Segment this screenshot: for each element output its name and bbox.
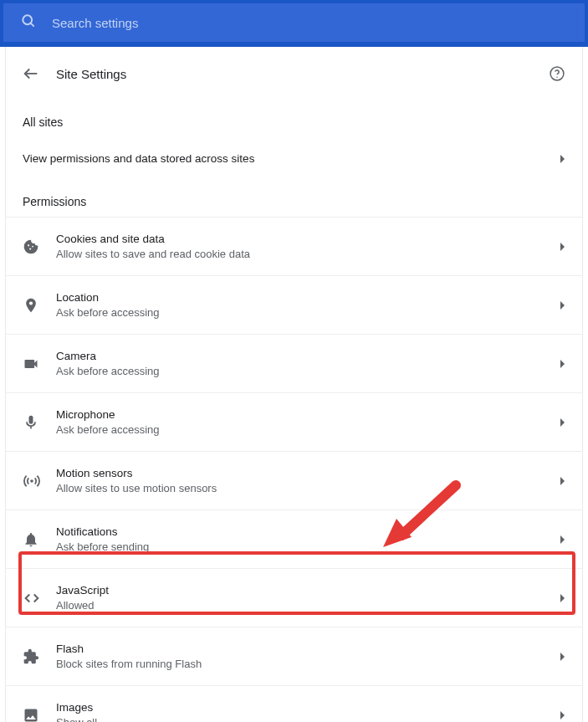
chevron-right-icon [560,243,565,251]
permission-title: Notifications [56,525,560,538]
svg-point-9 [30,479,33,483]
puzzle-icon [23,648,56,665]
svg-point-6 [29,248,31,249]
permission-title: Flash [56,643,560,655]
permission-title: Location [56,291,560,304]
settings-content: Site Settings All sites View permissions… [5,47,583,722]
permission-sub: Ask before accessing [56,306,560,319]
permission-row-javascript[interactable]: JavaScript Allowed [6,569,582,627]
permission-title: Cookies and site data [56,233,560,245]
svg-line-1 [31,23,34,27]
motion-icon [23,472,56,490]
microphone-icon [23,414,56,431]
page-title: Site Settings [56,67,547,81]
permission-row-motion-sensors[interactable]: Motion sensors Allow sites to use motion… [6,452,582,510]
all-sites-heading: All sites [6,100,582,137]
chevron-right-icon [560,653,565,661]
permission-title: Motion sensors [56,467,560,479]
permission-title: Camera [56,350,560,362]
permission-row-location[interactable]: Location Ask before accessing [6,276,582,335]
svg-point-5 [28,244,29,246]
permission-sub: Block sites from running Flash [56,658,560,670]
svg-point-8 [29,301,33,305]
camera-icon [23,356,56,372]
search-input-container[interactable]: Search settings [10,6,578,39]
permission-title: Images [56,701,560,714]
cookie-icon [23,238,56,255]
chevron-right-icon [560,594,565,602]
permission-sub: Show all [56,716,560,722]
chevron-right-icon [560,155,565,163]
chevron-right-icon [560,535,565,544]
code-icon [23,589,56,607]
chevron-right-icon [560,301,565,310]
permission-sub: Ask before accessing [56,423,560,436]
permission-sub: Ask before accessing [56,365,560,377]
bell-icon [23,531,56,548]
view-permissions-row[interactable]: View permissions and data stored across … [6,137,582,180]
permission-row-images[interactable]: Images Show all [6,686,582,722]
search-placeholder: Search settings [52,16,138,30]
permission-row-flash[interactable]: Flash Block sites from running Flash [6,627,582,686]
permission-row-cookies[interactable]: Cookies and site data Allow sites to sav… [6,218,582,276]
permission-sub: Ask before sending [56,540,560,553]
search-icon [20,13,37,33]
chevron-right-icon [560,418,565,427]
permissions-heading: Permissions [6,180,582,217]
help-button[interactable] [547,64,567,84]
permission-sub: Allowed [56,599,560,612]
permission-sub: Allow sites to save and read cookie data [56,248,560,260]
chevron-right-icon [560,477,565,485]
permission-row-microphone[interactable]: Microphone Ask before accessing [6,393,582,452]
chevron-right-icon [560,711,565,719]
image-icon [23,707,56,723]
location-icon [23,297,56,314]
svg-point-0 [23,15,32,24]
permission-title: JavaScript [56,584,560,597]
permission-title: Microphone [56,408,560,421]
chevron-right-icon [560,360,565,368]
view-permissions-label: View permissions and data stored across … [23,152,560,165]
permission-row-camera[interactable]: Camera Ask before accessing [6,335,582,393]
svg-point-4 [556,76,558,78]
search-bar[interactable]: Search settings [0,0,588,47]
permission-row-notifications[interactable]: Notifications Ask before sending [6,510,582,569]
permission-sub: Allow sites to use motion sensors [56,482,560,494]
svg-point-7 [32,245,33,247]
back-button[interactable] [21,64,41,84]
page-header: Site Settings [6,64,582,100]
permissions-list: Cookies and site data Allow sites to sav… [6,217,582,722]
